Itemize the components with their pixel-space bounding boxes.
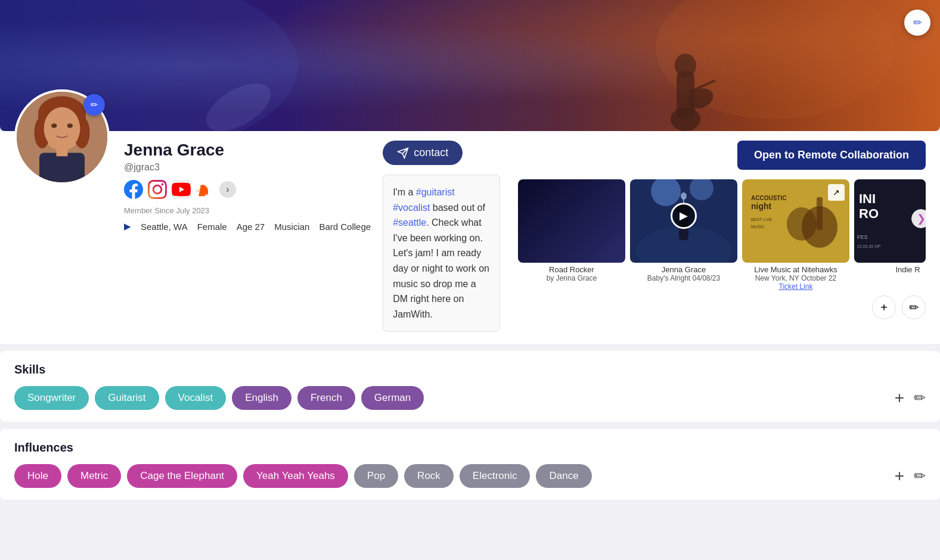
media-card-3[interactable]: ACCOUSTIC night BEST LIVE MUSIC ↗ Live M… bbox=[742, 179, 849, 291]
media-title-1: Road Rocker bbox=[518, 265, 625, 274]
profile-gender: Female bbox=[197, 222, 227, 232]
svg-rect-17 bbox=[39, 153, 85, 182]
profile-section: ✏ Jenna Grace @jgrac3 bbox=[0, 131, 940, 344]
location-icon: ▶ bbox=[124, 221, 131, 232]
media-title-3: Live Music at Nitehawks bbox=[742, 265, 849, 274]
profile-meta: ▶ Seattle, WA Female Age 27 Musician Bar… bbox=[124, 221, 371, 232]
media-edit-button[interactable]: ✏ bbox=[902, 295, 926, 319]
influence-tag-metric[interactable]: Metric bbox=[67, 464, 121, 488]
influence-tag-yeahyeah[interactable]: Yeah Yeah Yeahs bbox=[243, 464, 348, 488]
svg-text:INI: INI bbox=[859, 191, 876, 206]
bio-vocalist-link[interactable]: #vocalist bbox=[393, 203, 430, 213]
skill-tag-vocalist[interactable]: Vocalist bbox=[165, 386, 227, 410]
youtube-icon[interactable] bbox=[172, 180, 191, 199]
banner-edit-button[interactable]: ✏ bbox=[904, 10, 930, 36]
skills-header: Skills bbox=[14, 363, 926, 377]
influence-tag-electronic[interactable]: Electronic bbox=[460, 464, 531, 488]
influence-tag-cage[interactable]: Cage the Elephant bbox=[127, 464, 237, 488]
svg-point-5 bbox=[675, 54, 696, 77]
influences-add-button[interactable]: + bbox=[895, 466, 904, 486]
social-more-icon: › bbox=[226, 184, 229, 195]
skills-section: Skills Songwriter Guitarist Vocalist Eng… bbox=[0, 351, 940, 422]
svg-point-37 bbox=[787, 207, 817, 241]
svg-text:RO: RO bbox=[859, 206, 879, 221]
facebook-icon[interactable] bbox=[124, 180, 143, 199]
svg-text:ACCOUSTIC: ACCOUSTIC bbox=[751, 195, 786, 201]
media-title-4: Indie R bbox=[854, 265, 926, 274]
skills-edit-icon: ✏ bbox=[914, 390, 926, 406]
influence-tag-dance[interactable]: Dance bbox=[536, 464, 591, 488]
profile-info: Jenna Grace @jgrac3 bbox=[124, 131, 371, 232]
media-grid: ▶ Road Rocker by Jenna Grace bbox=[518, 179, 926, 291]
social-icons-row: › bbox=[124, 180, 371, 199]
avatar-container: ✏ bbox=[14, 89, 110, 185]
media-add-button[interactable]: + bbox=[872, 295, 896, 319]
external-link-icon-3[interactable]: ↗ bbox=[828, 184, 845, 201]
profile-education: Bard College bbox=[319, 222, 371, 232]
media-card-2[interactable]: ▶ Jenna Grace Baby's Alright 04/08/23 bbox=[630, 179, 737, 291]
play-button-2[interactable]: ▶ bbox=[671, 203, 697, 229]
avatar-edit-button[interactable]: ✏ bbox=[83, 94, 105, 116]
skill-tag-french[interactable]: French bbox=[297, 386, 355, 410]
svg-text:BEST LIVE: BEST LIVE bbox=[751, 217, 773, 222]
skill-tag-german[interactable]: German bbox=[361, 386, 424, 410]
media-link-3[interactable]: Ticket Link bbox=[742, 282, 849, 291]
profile-header-row: ✏ Jenna Grace @jgrac3 bbox=[14, 131, 926, 332]
contact-label: contact bbox=[414, 147, 448, 159]
skill-tag-guitarist[interactable]: Guitarist bbox=[95, 386, 159, 410]
influences-section: Influences Hole Metric Cage the Elephant… bbox=[0, 429, 940, 500]
media-subtitle-3: New York, NY October 22 bbox=[742, 274, 849, 282]
influence-tag-rock[interactable]: Rock bbox=[404, 464, 454, 488]
influences-edit-icon: ✏ bbox=[914, 468, 926, 484]
bio-guitarist-link[interactable]: #guitarist bbox=[416, 187, 455, 197]
influence-tag-pop[interactable]: Pop bbox=[354, 464, 398, 488]
skills-add-button[interactable]: + bbox=[895, 388, 904, 407]
svg-point-14 bbox=[44, 107, 80, 150]
svg-text:FES: FES bbox=[857, 234, 868, 240]
contact-button[interactable]: contact bbox=[383, 141, 463, 165]
profile-location: Seattle, WA bbox=[141, 222, 188, 232]
instagram-icon[interactable] bbox=[148, 180, 167, 199]
influences-tags: Hole Metric Cage the Elephant Yeah Yeah … bbox=[14, 464, 592, 488]
influences-edit-button[interactable]: ✏ bbox=[914, 468, 926, 484]
profile-middle: contact I'm a #guitarist #vocalist based… bbox=[371, 131, 512, 332]
influences-actions: + ✏ bbox=[895, 466, 926, 486]
soundcloud-icon[interactable] bbox=[196, 180, 215, 199]
remote-collab-button[interactable]: Open to Remote Collaboration bbox=[737, 141, 926, 170]
profile-occupation: Musician bbox=[274, 222, 309, 232]
influences-body: Hole Metric Cage the Elephant Yeah Yeah … bbox=[14, 464, 926, 488]
skills-tags: Songwriter Guitarist Vocalist English Fr… bbox=[14, 386, 424, 410]
svg-point-16 bbox=[67, 123, 73, 128]
media-next-button[interactable]: ❯ bbox=[911, 209, 926, 228]
banner-edit-icon: ✏ bbox=[913, 16, 922, 29]
profile-age: Age 27 bbox=[237, 222, 265, 232]
bio-text1: based out of bbox=[430, 203, 485, 213]
media-title-2: Jenna Grace bbox=[630, 265, 737, 274]
skill-tag-english[interactable]: English bbox=[232, 386, 291, 410]
skill-tag-songwriter[interactable]: Songwriter bbox=[14, 386, 89, 410]
svg-point-15 bbox=[51, 123, 57, 128]
media-subtitle-1: by Jenna Grace bbox=[518, 274, 625, 282]
profile-handle: @jgrac3 bbox=[124, 162, 371, 173]
influence-tag-hole[interactable]: Hole bbox=[14, 464, 61, 488]
bio-seattle-link[interactable]: #seattle bbox=[393, 217, 426, 228]
social-more-button[interactable]: › bbox=[219, 181, 236, 198]
svg-text:22.03.20 OP: 22.03.20 OP bbox=[857, 244, 881, 248]
svg-rect-36 bbox=[817, 197, 823, 230]
bio-box: I'm a #guitarist #vocalist based out of … bbox=[383, 175, 500, 332]
media-card-1[interactable]: ▶ Road Rocker by Jenna Grace bbox=[518, 179, 625, 291]
skills-body: Songwriter Guitarist Vocalist English Fr… bbox=[14, 386, 926, 410]
bio-text2: . Check what I've been working on. Let's… bbox=[393, 217, 489, 319]
banner: ✏ bbox=[0, 0, 940, 131]
svg-rect-18 bbox=[57, 147, 68, 156]
svg-point-32 bbox=[681, 192, 687, 200]
skills-edit-button[interactable]: ✏ bbox=[914, 390, 926, 406]
svg-text:MUSIC: MUSIC bbox=[751, 225, 765, 229]
media-card-4[interactable]: INI RO FES 22.03.20 OP Indie R bbox=[854, 179, 926, 291]
bio-prefix: I'm a bbox=[393, 187, 416, 197]
member-since: Member Since July 2023 bbox=[124, 206, 371, 215]
banner-scene bbox=[0, 0, 940, 131]
profile-name: Jenna Grace bbox=[124, 141, 371, 160]
media-subtitle-2: Baby's Alright 04/08/23 bbox=[630, 274, 737, 282]
media-edit-icon: ✏ bbox=[909, 300, 919, 315]
